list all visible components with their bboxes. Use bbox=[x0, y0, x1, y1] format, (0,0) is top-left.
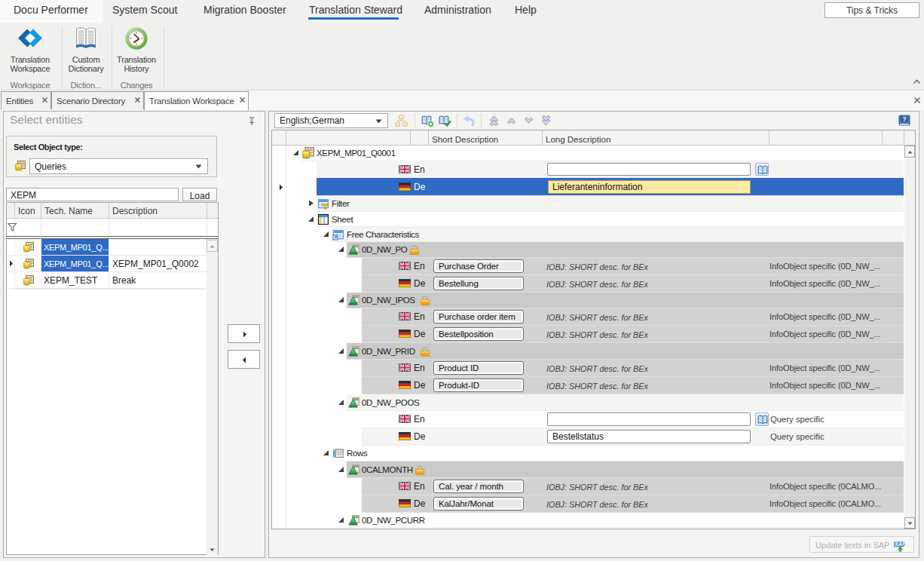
svg-text:?: ? bbox=[902, 115, 907, 123]
svg-text:SAP: SAP bbox=[895, 541, 906, 547]
